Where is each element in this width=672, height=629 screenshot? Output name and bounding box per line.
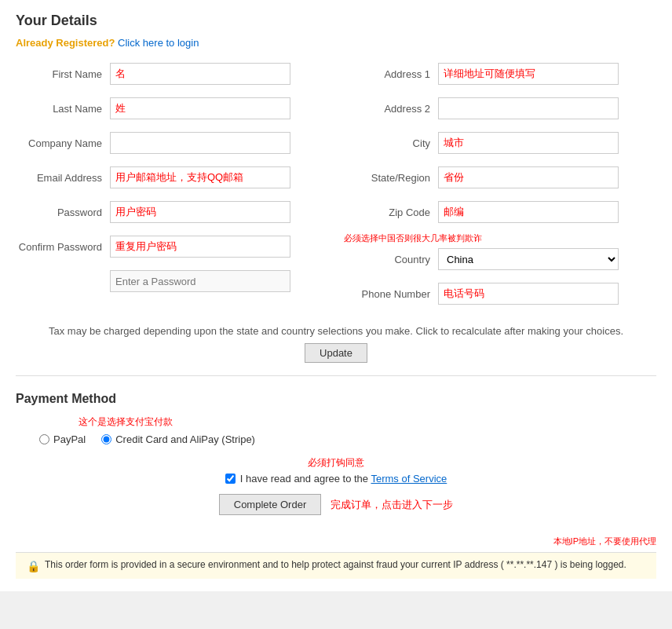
phone-label: Phone Number — [344, 288, 438, 300]
country-select[interactable]: China United States — [438, 248, 619, 270]
tos-link[interactable]: Terms of Service — [371, 473, 447, 485]
tos-row: I have read and agree to the Terms of Se… — [16, 473, 656, 485]
company-name-label: Company Name — [16, 137, 110, 149]
confirm-password-row: Confirm Password — [16, 232, 320, 261]
first-name-label: First Name — [16, 68, 110, 80]
tos-note: 必须打钩同意 — [16, 456, 656, 470]
city-row: City — [344, 129, 656, 157]
confirm-password-input[interactable] — [110, 236, 290, 258]
zipcode-label: Zip Code — [344, 207, 438, 218]
lock-icon: 🔒 — [27, 560, 40, 572]
address2-row: Address 2 — [344, 94, 656, 123]
section-divider — [16, 375, 656, 376]
secure-notice: 🔒 This order form is provided in a secur… — [16, 552, 656, 579]
payment-note: 这个是选择支付宝付款 — [79, 415, 656, 429]
company-name-row: Company Name — [16, 129, 320, 157]
address2-input[interactable] — [438, 97, 619, 119]
address1-input[interactable] — [438, 63, 619, 85]
update-btn-row: Update — [16, 343, 656, 363]
zipcode-row: Zip Code — [344, 198, 656, 226]
city-label: City — [344, 137, 438, 149]
complete-row: Complete Order 完成订单，点击进入下一步 — [16, 494, 656, 515]
paypal-label: PayPal — [53, 433, 86, 445]
last-name-label: Last Name — [16, 103, 110, 115]
secure-text: This order form is provided in a secure … — [45, 559, 626, 570]
right-column: Address 1 Address 2 City State/Region Zi… — [336, 60, 656, 314]
state-label: State/Region — [344, 172, 438, 184]
last-name-input[interactable] — [110, 97, 290, 119]
ip-note: 本地IP地址，不要使用代理 — [16, 536, 656, 547]
country-label: Country — [344, 254, 438, 265]
password-label: Password — [16, 207, 110, 218]
address2-label: Address 2 — [344, 103, 438, 115]
address1-label: Address 1 — [344, 68, 438, 80]
already-registered-label: Already Registered? — [16, 37, 115, 49]
update-button[interactable]: Update — [305, 343, 367, 363]
tos-text: I have read and agree to the Terms of Se… — [240, 473, 447, 485]
password-input[interactable] — [110, 201, 290, 223]
last-name-row: Last Name — [16, 94, 320, 123]
payment-section: Payment Method 这个是选择支付宝付款 PayPal Credit … — [16, 384, 656, 536]
state-row: State/Region — [344, 163, 656, 192]
country-row: Country China United States — [344, 245, 656, 273]
alipay-radio[interactable] — [101, 434, 111, 444]
password-hint-input[interactable] — [110, 270, 290, 292]
paypal-option: PayPal — [39, 433, 86, 445]
country-block: 必须选择中国否则很大几率被判欺诈 Country China United St… — [344, 232, 656, 273]
email-label: Email Address — [16, 172, 110, 184]
complete-note: 完成订单，点击进入下一步 — [331, 498, 453, 512]
company-name-input[interactable] — [110, 132, 290, 154]
address1-row: Address 1 — [344, 60, 656, 88]
password-row: Password — [16, 198, 320, 226]
alipay-option: Credit Card and AliPay (Stripe) — [101, 433, 255, 445]
state-input[interactable] — [438, 166, 619, 188]
payment-title: Payment Method — [16, 392, 656, 406]
tos-checkbox[interactable] — [225, 474, 236, 484]
login-link[interactable]: Click here to login — [118, 37, 199, 49]
phone-row: Phone Number — [344, 280, 656, 308]
zipcode-input[interactable] — [438, 201, 619, 223]
phone-input[interactable] — [438, 283, 619, 305]
first-name-input[interactable] — [110, 63, 290, 85]
page-title: Your Details — [16, 13, 656, 29]
paypal-radio[interactable] — [39, 434, 49, 444]
password-hint-row — [16, 267, 320, 295]
left-column: First Name Last Name Company Name Email … — [16, 60, 336, 314]
already-registered-row: Already Registered? Click here to login — [16, 37, 656, 49]
email-row: Email Address — [16, 163, 320, 192]
tax-notice: Tax may be charged depending upon the st… — [16, 325, 656, 337]
first-name-row: First Name — [16, 60, 320, 88]
complete-order-button[interactable]: Complete Order — [219, 494, 321, 515]
alipay-label: Credit Card and AliPay (Stripe) — [115, 433, 255, 445]
confirm-password-label: Confirm Password — [16, 241, 110, 253]
city-input[interactable] — [438, 132, 619, 154]
country-note: 必须选择中国否则很大几率被判欺诈 — [344, 232, 524, 243]
email-input[interactable] — [110, 166, 290, 188]
payment-options: PayPal Credit Card and AliPay (Stripe) — [39, 433, 656, 445]
ip-address: **.**.**.147 — [506, 559, 552, 570]
